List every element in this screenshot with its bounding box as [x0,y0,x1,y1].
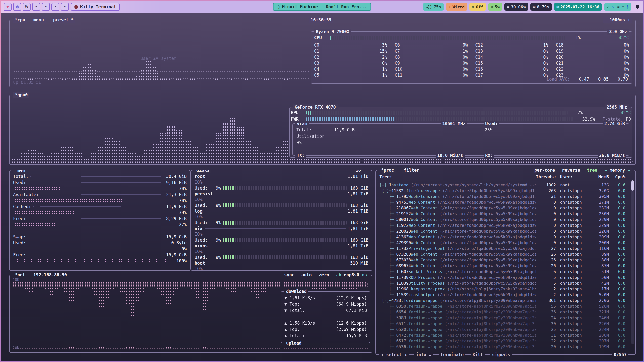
launcher-button[interactable]: ▪ [42,3,50,11]
process-row[interactable]: ├─ 479390Web Content (/nix/store/fqadd0b… [379,240,625,246]
header-mem[interactable]: MemB [589,174,609,179]
tray-icon[interactable]: ᛒ [627,5,629,9]
process-row[interactable]: ├─ 11972Web Content (/nix/store/fqadd0bp… [379,222,625,228]
core-row: C10 0% [395,66,468,72]
tree-toggle[interactable]: tree [585,167,599,173]
process-row[interactable]: ├─ 220028Web Content (/nix/store/fqadd0b… [379,228,625,234]
status-chip[interactable]: ▤ 8.79% [530,3,552,11]
sort-next-icon[interactable]: → [628,168,630,173]
status-chip[interactable]: ▦ 30.06% [504,3,528,11]
process-row[interactable]: ├─ 219152Web Content (/nix/store/fqadd0b… [379,211,625,217]
iface-next-icon[interactable]: n→ [362,272,367,277]
tray-icon[interactable]: ∿ [611,5,615,9]
status-chip[interactable]: ⚡ Wired [446,3,467,11]
interval-minus-button[interactable]: - [605,17,610,22]
cpu-panel-tab[interactable]: ¹cpu [13,17,27,23]
launcher-button[interactable]: ▪ [61,3,69,11]
io-tab[interactable]: io [354,170,363,173]
download-tab[interactable]: download [284,288,308,294]
disks-panel-tab[interactable]: disks [195,170,211,173]
process-row[interactable]: ├─ 11732Privileged Cont (/nix/store/fqad… [379,246,625,251]
iface-prev-icon[interactable]: ←b [336,272,341,277]
zero-tab[interactable]: zero [317,272,331,278]
menu-tab[interactable]: menu [32,17,46,23]
process-row[interactable]: ├─ 580017Web Content (/nix/store/fqadd0b… [379,217,625,222]
process-row[interactable]: ├─ 689674Web Content (/nix/store/fqadd0b… [379,263,625,269]
upload-tab[interactable]: upload [284,340,303,346]
process-panel-tab[interactable]: ⁴proc [379,167,396,173]
process-row[interactable]: ├─ 6520.ferdium-wrappe (/nix/store/a1pj8… [379,327,625,332]
process-row[interactable]: ├─ 218067Web Content (/nix/store/fqadd0b… [379,205,625,211]
tray-icon[interactable]: ✓ [607,5,609,9]
memory-panel-tab[interactable]: ²mem [13,170,27,173]
process-row[interactable]: ├─ 673288Web Content (/nix/store/fqadd0b… [379,251,625,257]
launcher-button[interactable]: ▪ [32,3,40,11]
kitty-terminal-button[interactable]: Kitty Terminal [71,3,120,11]
launcher-button[interactable]: ❄ [13,3,21,11]
process-threads: 5 [536,281,556,286]
update-interval: - 1000ms + [603,17,632,23]
disk-io-label: IO% [195,266,368,271]
header-threads[interactable]: Threads: [536,174,556,179]
sort-prev-icon[interactable]: ← [605,168,607,173]
reverse-toggle[interactable]: reverse [560,167,582,173]
process-footer-button[interactable]: Kill [471,352,485,358]
process-row[interactable]: [-]─4783.ferdium-wrappe (/nix/store/a1pj… [379,298,625,303]
filter-tab[interactable]: filter [402,167,421,173]
process-scrollbar[interactable] [631,180,634,344]
process-user: christoph [556,310,589,314]
process-command: (/nix/store/fqadd0bprwc5yw5k99xajbdqd1dz… [437,263,536,268]
process-row[interactable]: ├─ 6350.ferdium-wrappe (/nix/store/a1pj8… [379,303,625,309]
process-footer-button[interactable]: ↑ select ↓ [379,352,409,358]
iface-switcher[interactable]: ←b enp8s0 n→ [334,272,369,278]
process-row[interactable]: ├─ 673038Web Content (/nix/store/fqadd0b… [379,257,625,263]
header-cpu[interactable]: Cpu% [609,174,625,179]
process-footer-button[interactable]: info ↵ [414,352,433,358]
process-row[interactable]: ├─ 6536.ferdium-wrappe (/nix/store/a1pj8… [379,344,625,350]
sync-tab[interactable]: sync [282,272,296,278]
auto-tab[interactable]: auto [300,272,313,278]
status-chip[interactable]: ◄)) 75% [423,3,444,11]
process-row[interactable]: ├─ 6517.ferdium-wrappe (/nix/store/a1pj8… [379,338,625,344]
process-row[interactable]: ├─ 6472.ferdium-wrappe (/nix/store/a1pj8… [379,332,625,338]
process-row[interactable]: ├─ 41363Web Content (/nix/store/fqadd0bp… [379,234,625,240]
status-chip[interactable]: ⌘ Off [469,3,486,11]
interval-plus-button[interactable]: + [625,17,630,22]
network-panel-tab[interactable]: ³net [13,272,27,278]
launcher-button[interactable]: ▪ [51,3,59,11]
vram-tab[interactable]: vram [295,121,309,126]
process-row[interactable]: ├─ 11968.keepassxc-prox (/nix/store/bslp… [379,286,625,292]
process-row[interactable]: ├─ 11795WebExtensions (/nix/store/fqadd0… [379,194,625,199]
header-user[interactable]: User: [556,174,589,179]
per-core-toggle[interactable]: per-core [533,167,557,173]
sort-column-switcher[interactable]: ← memory → [603,167,632,173]
notification-bell-icon[interactable] [634,4,640,10]
tray-icon[interactable]: ▣ [617,5,619,9]
process-row[interactable]: [-]─11532.firefox-wrappe (/nix/store/fqa… [379,188,625,194]
process-footer-button[interactable]: terminate [439,352,465,358]
launcher-button[interactable]: ♥ [4,3,12,11]
process-pid: 11795 [396,194,408,199]
process-footer-button[interactable]: signals [490,352,512,358]
header-tree[interactable]: Tree: [379,174,536,179]
status-chip[interactable]: ♻ 5% [488,3,502,11]
process-row[interactable]: ├─ 11839Utility Process (/nix/store/fqad… [379,280,625,286]
launcher-button[interactable]: ↻ [23,3,31,11]
process-cpu: 0.6 [609,183,625,187]
process-row[interactable]: ├─ 11739RDD Process (/nix/store/fqadd0bp… [379,275,625,280]
status-chip[interactable]: ▧ 2025-07-22 16:36 [554,3,602,11]
music-player-button[interactable]: ♫ Minuit Machine – Don't Run Fro... [273,3,371,11]
process-command: (/nix/store/a1pj8hxirp2y2090nbwa7api3asi… [442,339,536,343]
process-scrollbar-thumb[interactable] [631,180,634,191]
tray-icon[interactable]: ○ [622,5,624,9]
process-row[interactable]: ├─ 94753Web Content (/nix/store/fqadd0bp… [379,199,625,205]
gpu-panel-tab[interactable]: ⁵gpu0 [13,92,29,98]
preset-tab[interactable]: preset * [51,17,75,23]
process-row[interactable]: [-]─1systemd (/run/current-system/system… [379,182,625,188]
process-row[interactable]: ├─ 6654.ferdium-wrappe (/nix/store/a1pj8… [379,309,625,315]
process-row[interactable]: ├─ 11607Socket Process (/nix/store/fqadd… [379,269,625,275]
process-row[interactable]: ├─ 5983.ferdium-wrappe (/nix/store/a1pj8… [379,315,625,321]
process-row[interactable]: ├─ 6511.ferdium-wrappe (/nix/store/a1pj8… [379,321,625,327]
tree-branch: ├─ [379,310,396,314]
process-row[interactable]: └─ 11539crashhelper (/nix/store/fqadd0bp… [379,292,625,298]
